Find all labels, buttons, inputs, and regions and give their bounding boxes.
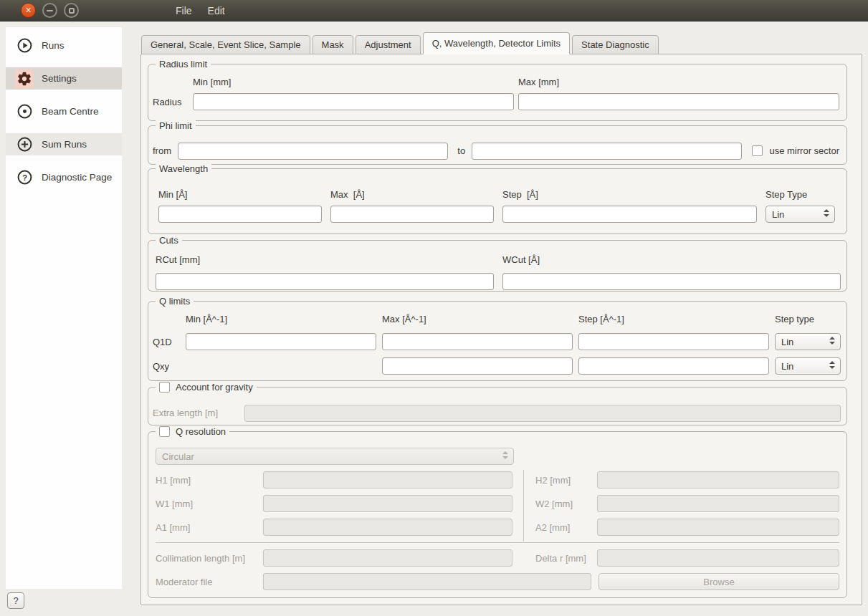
spinner-arrows-icon xyxy=(829,361,835,369)
sidebar-item-label: Runs xyxy=(42,40,65,51)
radius-max-input[interactable] xyxy=(518,93,839,110)
qxy-step-type-combobox[interactable]: Lin xyxy=(775,357,841,375)
sidebar-item-beam-centre[interactable]: Beam Centre xyxy=(6,100,122,122)
account-for-gravity-group: Account for gravity Extra length [m] xyxy=(148,387,847,425)
phi-limit-title: Phi limit xyxy=(156,120,196,132)
q-limits-title: Q limits xyxy=(156,295,194,307)
browse-button: Browse xyxy=(598,573,839,590)
q1d-row-label: Q1D xyxy=(153,337,180,347)
phi-to-label: to xyxy=(457,145,465,156)
qxy-row-label: Qxy xyxy=(153,361,180,372)
sidebar-item-label: Beam Centre xyxy=(42,106,99,117)
tab-state-diagnostic[interactable]: State Diagnostic xyxy=(572,35,659,54)
dot-circle-icon xyxy=(15,102,34,121)
a2-input xyxy=(597,519,839,536)
moderator-file-label: Moderator file xyxy=(156,577,263,587)
wavelength-group: Wavelength Min [Å] Max [Å] Step [Å] Step… xyxy=(148,168,847,234)
wavelength-step-input[interactable] xyxy=(502,206,757,223)
q-resolution-group: Q resolution Circular H1 [mm] H2 [mm] W1… xyxy=(148,431,847,598)
qxy-max-input[interactable] xyxy=(382,357,573,375)
sidebar-item-label: Settings xyxy=(42,73,77,84)
q1d-step-input[interactable] xyxy=(578,333,769,350)
h2-input xyxy=(597,471,839,489)
tab-q-wavelength-detector-limits[interactable]: Q, Wavelength, Detector Limits xyxy=(423,32,570,54)
h1-label: H1 [mm] xyxy=(156,475,263,486)
radius-min-header: Min [mm] xyxy=(193,77,514,87)
cuts-title: Cuts xyxy=(156,234,182,246)
tab-adjustment[interactable]: Adjustment xyxy=(356,35,421,54)
delta-r-input xyxy=(597,549,839,567)
qxy-step-input[interactable] xyxy=(578,357,769,375)
wavelength-step-header: Step [Å] xyxy=(502,189,757,200)
q1d-max-input[interactable] xyxy=(382,333,573,350)
cuts-group: Cuts RCut [mm] WCut [Å] xyxy=(148,240,847,292)
wavelength-step-type-combobox[interactable]: Lin xyxy=(766,206,835,223)
sidebar-item-label: Sum Runs xyxy=(42,139,87,150)
account-for-gravity-checkbox[interactable] xyxy=(159,382,170,393)
aperture-shape-combobox: Circular xyxy=(156,448,514,465)
row-separator xyxy=(156,542,839,543)
wcut-input[interactable] xyxy=(502,273,841,290)
q-wavelength-detector-limits-page: Radius limit Min [mm] Max [mm] Radius Ph… xyxy=(140,54,862,605)
whats-this-help-button[interactable]: ? xyxy=(7,592,24,609)
collimation-length-input xyxy=(263,549,512,567)
sidebar-item-sum-runs[interactable]: Sum Runs xyxy=(6,133,122,155)
q1d-min-input[interactable] xyxy=(186,333,376,350)
w2-label: W2 [mm] xyxy=(535,499,597,509)
h2-label: H2 [mm] xyxy=(535,475,597,486)
titlebar: ✕ File Edit xyxy=(0,0,868,21)
window-maximize-button[interactable] xyxy=(64,3,79,18)
wavelength-max-input[interactable] xyxy=(330,206,494,223)
sidebar-item-diagnostic-page[interactable]: ? Diagnostic Page xyxy=(6,166,122,188)
radius-max-header: Max [mm] xyxy=(518,77,839,87)
q-step-header: Step [Å^-1] xyxy=(578,314,769,324)
qxy-step-type-value: Lin xyxy=(781,361,793,372)
phi-from-label: from xyxy=(153,145,171,156)
wcut-header: WCut [Å] xyxy=(502,254,841,265)
extra-length-label: Extra length [m] xyxy=(153,408,244,418)
w2-input xyxy=(597,495,839,512)
wavelength-max-header: Max [Å] xyxy=(330,189,494,200)
wavelength-step-type-value: Lin xyxy=(772,209,784,220)
radius-limit-group: Radius limit Min [mm] Max [mm] Radius xyxy=(148,64,847,121)
plus-circle-icon xyxy=(15,135,34,154)
menu-file[interactable]: File xyxy=(174,5,194,16)
q-step-type-header: Step type xyxy=(775,314,841,324)
q1d-step-type-combobox[interactable]: Lin xyxy=(775,333,841,350)
rcut-header: RCut [mm] xyxy=(156,254,494,265)
play-circle-icon xyxy=(15,37,34,55)
sidebar: Runs Settings Beam Centre Sum Runs ? Dia… xyxy=(6,27,122,589)
phi-limit-group: Phi limit from to use mirror sector xyxy=(148,125,847,165)
column-separator xyxy=(523,470,524,542)
h1-input xyxy=(263,471,512,489)
tab-mask[interactable]: Mask xyxy=(313,35,353,54)
tab-general-scale-event-slice-sample[interactable]: General, Scale, Event Slice, Sample xyxy=(141,35,310,54)
settings-tab-bar: General, Scale, Event Slice, Sample Mask… xyxy=(141,32,661,54)
spinner-arrows-icon xyxy=(824,209,829,217)
q-resolution-checkbox[interactable] xyxy=(159,426,170,437)
sidebar-item-runs[interactable]: Runs xyxy=(6,34,122,57)
moderator-file-input xyxy=(263,573,591,590)
use-mirror-sector-checkbox[interactable] xyxy=(752,145,763,156)
menubar: File Edit xyxy=(174,5,226,16)
minimize-icon xyxy=(47,10,53,11)
svg-text:?: ? xyxy=(22,173,27,182)
wavelength-min-input[interactable] xyxy=(158,206,322,223)
radius-min-input[interactable] xyxy=(193,93,514,110)
a2-label: A2 [mm] xyxy=(535,522,597,533)
sidebar-item-settings[interactable]: Settings xyxy=(6,67,122,90)
q-min-header: Min [Å^-1] xyxy=(186,314,376,324)
phi-to-input[interactable] xyxy=(472,143,742,160)
window-minimize-button[interactable] xyxy=(42,3,57,18)
use-mirror-sector-label: use mirror sector xyxy=(769,145,839,156)
w1-input xyxy=(263,495,512,512)
collimation-length-label: Collimation length [m] xyxy=(156,553,263,564)
q-limits-group: Q limits Min [Å^-1] Max [Å^-1] Step [Å^-… xyxy=(148,301,847,381)
rcut-input[interactable] xyxy=(156,273,494,290)
phi-from-input[interactable] xyxy=(178,143,448,160)
q-max-header: Max [Å^-1] xyxy=(382,314,573,324)
account-for-gravity-legend: Account for gravity xyxy=(156,381,257,393)
window-close-button[interactable]: ✕ xyxy=(21,3,36,18)
aperture-shape-value: Circular xyxy=(162,451,194,462)
menu-edit[interactable]: Edit xyxy=(206,5,226,16)
